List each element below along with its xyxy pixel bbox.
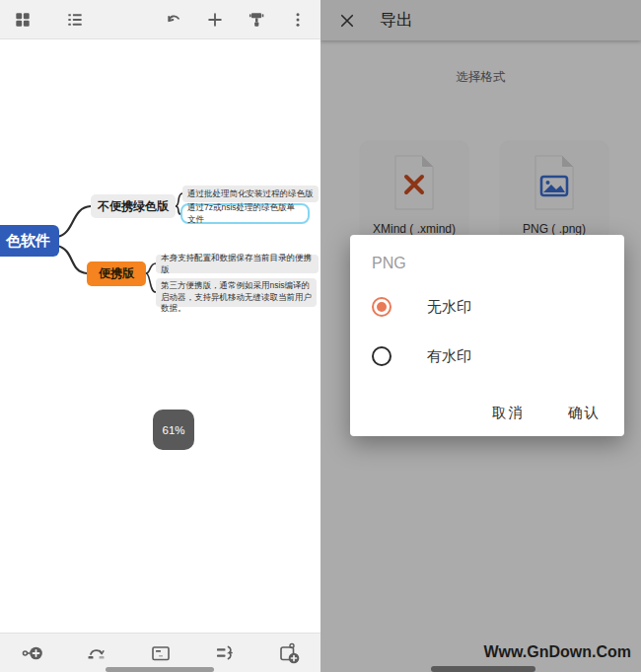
more-options-icon [289, 11, 307, 29]
more-options-button[interactable] [285, 7, 311, 33]
add-floating-topic-icon [277, 641, 301, 665]
add-icon [205, 10, 225, 30]
subtopic-label: 通过7z或nsis处理的绿色版单文件 [187, 202, 303, 225]
note-icon [149, 641, 173, 665]
subtopic-label: 本身支持配置和数据保存当前目录的便携版 [161, 253, 314, 275]
format-brush-icon [247, 10, 266, 30]
add-subtopic-button[interactable] [20, 640, 45, 666]
mindmap-root-topic[interactable]: 色软件 [0, 225, 59, 257]
format-brush-button[interactable] [244, 7, 269, 33]
editor-bottom-toolbar [0, 633, 320, 672]
site-watermark: Www.GnDown.Com [483, 643, 631, 661]
outline-list-button[interactable] [62, 7, 88, 33]
editor-top-toolbar [0, 0, 320, 39]
screenshot-root: 色软件 不便携绿色版 便携版 通过批处理简化安装过程的绿色版 通过7z或nsis… [0, 0, 641, 672]
mindmap-subtopic[interactable]: 本身支持配置和数据保存当前目录的便携版 [156, 255, 319, 273]
mindmap-canvas[interactable]: 色软件 不便携绿色版 便携版 通过批处理简化安装过程的绿色版 通过7z或nsis… [0, 39, 320, 633]
mindmap-connector-lines [0, 39, 320, 633]
add-floating-topic-button[interactable] [276, 640, 302, 666]
radio-unselected-icon[interactable] [372, 346, 392, 366]
dialog-title: PNG [372, 255, 406, 272]
mindmap-topic-portable[interactable]: 便携版 [87, 261, 146, 286]
subtopic-label: 通过批处理简化安装过程的绿色版 [187, 188, 314, 200]
zoom-level-badge: 61% [153, 410, 194, 450]
gesture-nav-handle[interactable] [431, 666, 535, 672]
subtopic-label: 第三方便携版，通常例如采用nsis编译的启动器，支持异机移动无缝读取当前用户数据… [161, 280, 312, 315]
mindmap-topic-nonportable[interactable]: 不便携绿色版 [91, 194, 176, 218]
note-button[interactable] [148, 640, 174, 666]
relationship-icon [85, 641, 108, 665]
mindmap-subtopic[interactable]: 第三方便携版，通常例如采用nsis编译的启动器，支持异机移动无缝读取当前用户数据… [156, 278, 317, 307]
zoom-level-value: 61% [162, 424, 184, 436]
mindmap-subtopic-selected[interactable]: 通过7z或nsis处理的绿色版单文件 [180, 203, 310, 224]
option-label: 无水印 [427, 298, 471, 317]
topic-label: 便携版 [99, 265, 134, 282]
option-label: 有水印 [427, 347, 471, 366]
option-no-watermark[interactable]: 无水印 [372, 294, 471, 320]
mindmap-editor-panel: 色软件 不便携绿色版 便携版 通过批处理简化安装过程的绿色版 通过7z或nsis… [0, 0, 320, 672]
gesture-nav-handle[interactable] [106, 667, 214, 672]
png-export-dialog: PNG 无水印 有水印 取消 确认 [350, 235, 624, 436]
add-subtopic-icon [21, 641, 44, 665]
summary-button[interactable] [212, 640, 238, 666]
summary-icon [213, 641, 237, 665]
dialog-actions: 取消 确认 [492, 404, 601, 422]
grid-view-icon [13, 10, 33, 30]
radio-selected-icon[interactable] [372, 297, 392, 317]
root-topic-label: 色软件 [6, 232, 50, 251]
undo-button[interactable] [161, 7, 186, 33]
relationship-button[interactable] [84, 640, 109, 666]
outline-list-icon [65, 10, 85, 30]
option-with-watermark[interactable]: 有水印 [372, 343, 471, 369]
undo-icon [164, 10, 183, 30]
topic-label: 不便携绿色版 [98, 198, 169, 215]
cancel-button[interactable]: 取消 [492, 404, 525, 422]
confirm-button[interactable]: 确认 [568, 404, 601, 422]
mindmap-subtopic[interactable]: 通过批处理简化安装过程的绿色版 [182, 186, 319, 202]
grid-view-button[interactable] [10, 7, 36, 33]
export-panel: 导出 选择格式 XMind ( .xmind) [320, 0, 641, 672]
add-button[interactable] [202, 7, 228, 33]
